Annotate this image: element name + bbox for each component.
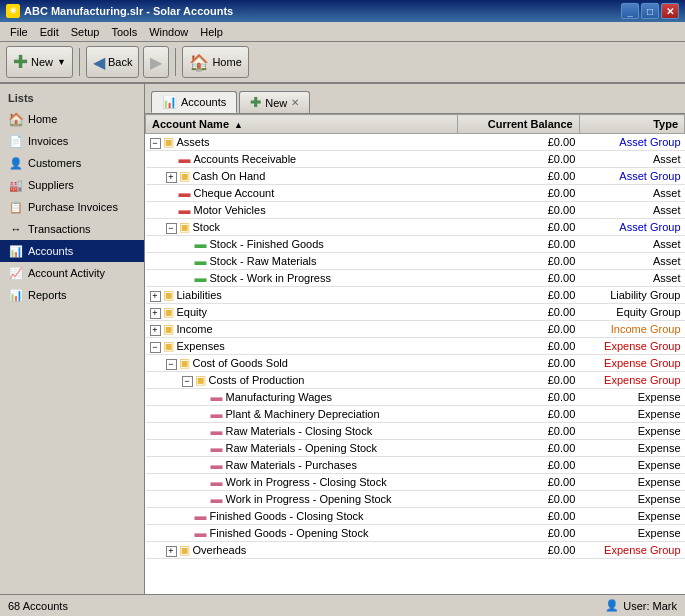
account-type-cell: Expense <box>579 525 684 542</box>
sidebar-item-account-activity[interactable]: 📈 Account Activity <box>0 262 144 284</box>
tab-new-close-icon[interactable]: ✕ <box>291 97 299 108</box>
tree-collapse[interactable]: − <box>166 223 177 234</box>
table-row[interactable]: ▬Raw Materials - Purchases£0.00Expense <box>146 457 685 474</box>
account-type-cell: Expense <box>579 491 684 508</box>
table-row[interactable]: ▬Raw Materials - Opening Stock£0.00Expen… <box>146 440 685 457</box>
account-type-cell: Expense Group <box>579 338 684 355</box>
tree-spacer <box>198 408 211 420</box>
table-row[interactable]: ▬Raw Materials - Closing Stock£0.00Expen… <box>146 423 685 440</box>
table-row[interactable]: −▣Expenses£0.00Expense Group <box>146 338 685 355</box>
table-row[interactable]: −▣Costs of Production£0.00Expense Group <box>146 372 685 389</box>
account-balance-cell: £0.00 <box>457 474 579 491</box>
sidebar-item-accounts[interactable]: 📊 Accounts <box>0 240 144 262</box>
table-row[interactable]: ▬Accounts Receivable£0.00Asset <box>146 151 685 168</box>
account-name-cell: −▣Expenses <box>146 338 458 355</box>
table-row[interactable]: ▬Stock - Work in Progress£0.00Asset <box>146 270 685 287</box>
table-row[interactable]: ▬Stock - Finished Goods£0.00Asset <box>146 236 685 253</box>
table-row[interactable]: +▣Income£0.00Income Group <box>146 321 685 338</box>
account-name-cell: −▣Stock <box>146 219 458 236</box>
account-name-cell: ▬Cheque Account <box>146 185 458 202</box>
tree-collapse[interactable]: − <box>150 342 161 353</box>
account-balance-cell: £0.00 <box>457 321 579 338</box>
tree-expand[interactable]: + <box>150 291 161 302</box>
account-name: Accounts Receivable <box>194 153 297 165</box>
table-row[interactable]: ▬Work in Progress - Opening Stock£0.00Ex… <box>146 491 685 508</box>
tree-expand[interactable]: + <box>150 308 161 319</box>
account-icon: ▬ <box>211 492 223 506</box>
account-name-cell: ▬Stock - Raw Materials <box>146 253 458 270</box>
new-dropdown-arrow[interactable]: ▼ <box>57 57 66 67</box>
table-row[interactable]: ▬Plant & Machinery Depreciation£0.00Expe… <box>146 406 685 423</box>
col-header-balance[interactable]: Current Balance <box>457 115 579 134</box>
maximize-button[interactable]: □ <box>641 3 659 19</box>
col-header-type[interactable]: Type <box>579 115 684 134</box>
home-button[interactable]: 🏠 Home <box>182 46 248 78</box>
sidebar-label-accounts: Accounts <box>28 245 73 257</box>
col-header-name[interactable]: Account Name ▲ <box>146 115 458 134</box>
table-row[interactable]: +▣Overheads£0.00Expense Group <box>146 542 685 559</box>
table-row[interactable]: ▬Motor Vehicles£0.00Asset <box>146 202 685 219</box>
new-button[interactable]: ✚ New ▼ <box>6 46 73 78</box>
account-balance-cell: £0.00 <box>457 287 579 304</box>
table-row[interactable]: +▣Liabilities£0.00Liability Group <box>146 287 685 304</box>
minimize-button[interactable]: _ <box>621 3 639 19</box>
table-row[interactable]: ▬Finished Goods - Opening Stock£0.00Expe… <box>146 525 685 542</box>
tree-expand[interactable]: + <box>166 172 177 183</box>
tree-spacer <box>198 425 211 437</box>
sidebar-item-suppliers[interactable]: 🏭 Suppliers <box>0 174 144 196</box>
table-row[interactable]: ▬Finished Goods - Closing Stock£0.00Expe… <box>146 508 685 525</box>
sidebar-label-reports: Reports <box>28 289 67 301</box>
table-row[interactable]: −▣Stock£0.00Asset Group <box>146 219 685 236</box>
customers-sidebar-icon: 👤 <box>8 155 24 171</box>
tree-expand[interactable]: + <box>150 325 161 336</box>
sidebar-item-invoices[interactable]: 📄 Invoices <box>0 130 144 152</box>
purchase-invoices-sidebar-icon: 📋 <box>8 199 24 215</box>
table-row[interactable]: ▬Cheque Account£0.00Asset <box>146 185 685 202</box>
forward-icon: ▶ <box>150 53 162 72</box>
accounts-table-area[interactable]: Account Name ▲ Current Balance Type −▣As… <box>145 114 685 594</box>
sidebar-item-transactions[interactable]: ↔ Transactions <box>0 218 144 240</box>
back-button[interactable]: ◀ Back <box>86 46 139 78</box>
account-name-cell: +▣Overheads <box>146 542 458 559</box>
account-name: Finished Goods - Opening Stock <box>210 527 369 539</box>
account-type-cell: Equity Group <box>579 304 684 321</box>
menu-setup[interactable]: Setup <box>65 24 106 40</box>
account-name: Work in Progress - Opening Stock <box>226 493 392 505</box>
table-row[interactable]: −▣Assets£0.00Asset Group <box>146 134 685 151</box>
tree-collapse[interactable]: − <box>150 138 161 149</box>
account-name: Assets <box>177 136 210 148</box>
table-row[interactable]: ▬Manufacturing Wages£0.00Expense <box>146 389 685 406</box>
tree-collapse[interactable]: − <box>166 359 177 370</box>
sidebar-item-customers[interactable]: 👤 Customers <box>0 152 144 174</box>
account-name-cell: +▣Income <box>146 321 458 338</box>
menu-tools[interactable]: Tools <box>105 24 143 40</box>
tree-collapse[interactable]: − <box>182 376 193 387</box>
table-row[interactable]: ▬Stock - Raw Materials£0.00Asset <box>146 253 685 270</box>
sidebar-item-home[interactable]: 🏠 Home <box>0 108 144 130</box>
tab-accounts[interactable]: 📊 Accounts <box>151 91 237 113</box>
back-label: Back <box>108 56 132 68</box>
tree-expand[interactable]: + <box>166 546 177 557</box>
forward-button[interactable]: ▶ <box>143 46 169 78</box>
menu-help[interactable]: Help <box>194 24 229 40</box>
account-name: Equity <box>177 306 208 318</box>
table-row[interactable]: ▬Work in Progress - Closing Stock£0.00Ex… <box>146 474 685 491</box>
table-row[interactable]: +▣Equity£0.00Equity Group <box>146 304 685 321</box>
sidebar-item-reports[interactable]: 📊 Reports <box>0 284 144 306</box>
close-button[interactable]: ✕ <box>661 3 679 19</box>
account-count: 68 Accounts <box>8 600 68 612</box>
menu-edit[interactable]: Edit <box>34 24 65 40</box>
menu-window[interactable]: Window <box>143 24 194 40</box>
sidebar-label-account-activity: Account Activity <box>28 267 105 279</box>
account-icon: ▣ <box>163 288 174 302</box>
sidebar-item-purchase-invoices[interactable]: 📋 Purchase Invoices <box>0 196 144 218</box>
table-row[interactable]: +▣Cash On Hand£0.00Asset Group <box>146 168 685 185</box>
account-type-cell: Expense <box>579 508 684 525</box>
menu-file[interactable]: File <box>4 24 34 40</box>
account-icon: ▬ <box>211 424 223 438</box>
tree-spacer <box>198 442 211 454</box>
account-icon: ▣ <box>163 305 174 319</box>
tab-new[interactable]: ✚ New ✕ <box>239 91 310 113</box>
account-icon: ▣ <box>195 373 206 387</box>
table-row[interactable]: −▣Cost of Goods Sold£0.00Expense Group <box>146 355 685 372</box>
